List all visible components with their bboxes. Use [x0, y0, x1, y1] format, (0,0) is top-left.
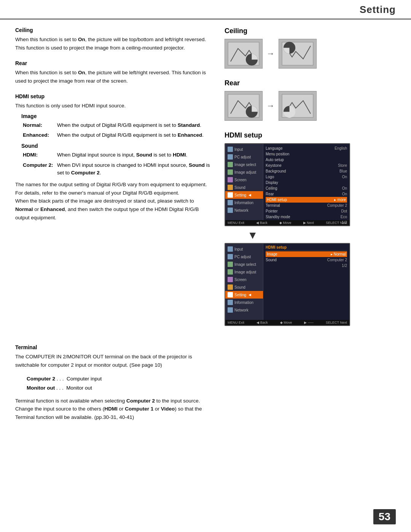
- menu-item-pcadjust: PC adjust: [225, 153, 263, 161]
- imageadjust-icon: [228, 169, 233, 175]
- m2-network-icon: [228, 307, 233, 313]
- m2-screen-icon: [228, 277, 233, 282]
- menu-item-setting: Setting ◀: [225, 191, 263, 199]
- menu-left-1: Input PC adjust Image select Image: [225, 144, 263, 220]
- left-column: Ceiling When this function is set to On,…: [15, 27, 213, 337]
- menu-item-screen: Screen: [225, 176, 263, 184]
- rear-diagram-heading: Rear: [225, 79, 362, 87]
- menu-left-2: Input PC adjust Image select Image: [225, 244, 263, 320]
- ceiling-after: [279, 39, 317, 69]
- terminal-heading: Terminal: [15, 344, 213, 350]
- menu2-item-info: Information: [225, 299, 263, 306]
- m2-pcadjust-icon: [228, 254, 233, 259]
- main-content: Ceiling When this function is set to On,…: [0, 19, 411, 344]
- m2-imageselect-icon: [228, 262, 233, 267]
- menu-right-2: HDMI setup Image▸ Normal SoundComputer 2…: [263, 244, 349, 320]
- terminal-list: Computer 2 . . . Computer input Monitor …: [27, 374, 213, 393]
- enhanced-term: Enhanced:: [23, 131, 53, 139]
- rear-arrow: →: [266, 101, 275, 111]
- menu-item-info: Information: [225, 199, 263, 206]
- normal-desc: When the output of Digital R/G/B equipme…: [57, 121, 213, 129]
- menu-right-1: LanguageEnglish Menu position Auto setup…: [263, 144, 349, 220]
- menu2-item-imageselect: Image select: [225, 260, 263, 268]
- rear-heading: Rear: [15, 60, 213, 66]
- page-number: 53: [373, 509, 396, 524]
- menu-row-autosetup: Auto setup: [266, 157, 347, 163]
- rear-text: When this function is set to On, the pic…: [15, 69, 213, 85]
- menu-row-menupos: Menu position: [266, 151, 347, 157]
- menu-row-background: BackgroundBlue: [266, 168, 347, 174]
- ceiling-diagram: Ceiling →: [225, 27, 362, 69]
- hdmi-intro: This function is only used for HDMI inpu…: [15, 102, 213, 110]
- menu-item-network: Network: [225, 206, 263, 214]
- hdmi-desc: When Digital input source is input, Soun…: [57, 151, 213, 159]
- rear-before: [225, 91, 263, 121]
- hdmi-diagram-heading: HDMI setup: [225, 131, 362, 139]
- m2-setting-icon: [228, 292, 233, 297]
- menu-right-2-header: HDMI setup: [266, 245, 347, 251]
- ceiling-diagram-heading: Ceiling: [225, 27, 362, 35]
- normal-term: Normal:: [23, 121, 53, 129]
- menu-screen-1: Input PC adjust Image select Image: [225, 143, 350, 226]
- arrow-down-icon: ▼: [247, 229, 258, 241]
- hdmi-term: HDMI:: [23, 151, 53, 159]
- menu-screen-1-inner: Input PC adjust Image select Image: [225, 144, 349, 220]
- hdmi-setup-heading: HDMI setup: [15, 93, 213, 99]
- hdmi-sound-def: HDMI: When Digital input source is input…: [23, 151, 213, 159]
- menu-row-display: Display: [266, 180, 347, 185]
- page-title: Setting: [360, 4, 396, 16]
- menu-footer-2: MENU Exit ◀ Back ◆ Move ▶ ----- SELECT N…: [225, 320, 349, 325]
- setting-icon: [228, 192, 233, 198]
- image-def-list: Normal: When the output of Digital R/G/B…: [23, 121, 213, 139]
- rear-images: →: [225, 91, 362, 121]
- computer2-item: Computer 2 . . . Computer input: [27, 374, 213, 383]
- m2-input-icon: [228, 246, 233, 252]
- menu2-item-network: Network: [225, 306, 263, 314]
- rear-section: Rear When this function is set to On, th…: [15, 60, 213, 85]
- menu-row-terminal: TerminalComputer 2: [266, 203, 347, 208]
- computer2-sound-def: Computer 2: When DVI input source is cha…: [23, 161, 213, 177]
- menu-item-imageselect: Image select: [225, 161, 263, 168]
- sound-def-list: HDMI: When Digital input source is input…: [23, 151, 213, 177]
- enhanced-def: Enhanced: When the output of Digital R/G…: [23, 131, 213, 139]
- computer2-term: Computer 2:: [23, 161, 53, 177]
- menu-row-logo: LogoOn: [266, 174, 347, 180]
- menu-row-standby: Standby modeEco: [266, 214, 347, 220]
- menu2-row-page: 1/2: [266, 263, 347, 268]
- terminal-section: Terminal The COMPUTER IN 2/MONITOR OUT t…: [15, 344, 213, 422]
- m2-sound-icon: [228, 284, 233, 290]
- input-icon: [228, 147, 233, 152]
- hdmi-note1: The names for the output setting of Digi…: [15, 181, 213, 222]
- network-icon: [228, 208, 233, 213]
- image-label: Image: [21, 113, 37, 119]
- menu-row-ceiling: CeilingOn: [266, 185, 347, 191]
- imageselect-icon: [228, 162, 233, 167]
- sound-icon: [228, 185, 233, 190]
- ceiling-before: [225, 39, 263, 69]
- menu2-row-image: Image▸ Normal: [266, 251, 347, 257]
- menu-row-language: LanguageEnglish: [266, 145, 347, 151]
- menu-row-keystone: KeystoneStore: [266, 163, 347, 168]
- hdmi-setup-section: HDMI setup This function is only used fo…: [15, 93, 213, 222]
- monitor-item: Monitor out . . . Monitor out: [27, 383, 213, 393]
- menu-item-sound: Sound: [225, 184, 263, 191]
- menu-row-rear: RearOn: [266, 191, 347, 197]
- menu-footer-1: MENU Exit ◀ Back ◆ Move ▶ Next SELECT Ne…: [225, 220, 349, 225]
- menu-screen-2: Input PC adjust Image select Image: [225, 243, 350, 326]
- m2-info-icon: [228, 300, 233, 305]
- page-header: Setting: [0, 0, 411, 19]
- menu2-item-pcadjust: PC adjust: [225, 253, 263, 260]
- ceiling-arrow: →: [266, 49, 275, 59]
- rear-diagram: Rear →: [225, 79, 362, 121]
- ceiling-images: →: [225, 39, 362, 69]
- right-column: Ceiling →: [225, 27, 362, 337]
- info-icon: [228, 200, 233, 205]
- bottom-section: Terminal The COMPUTER IN 2/MONITOR OUT t…: [0, 344, 411, 450]
- menu2-item-imageadjust: Image adjust: [225, 268, 263, 276]
- enhanced-desc: When the output of Digital R/G/B equipme…: [57, 131, 213, 139]
- menu-item-imageadjust: Image adjust: [225, 168, 263, 176]
- screen-icon: [228, 177, 233, 182]
- menu-screen-2-inner: Input PC adjust Image select Image: [225, 244, 349, 320]
- sound-label: Sound: [21, 143, 38, 149]
- pcadjust-icon: [228, 154, 233, 160]
